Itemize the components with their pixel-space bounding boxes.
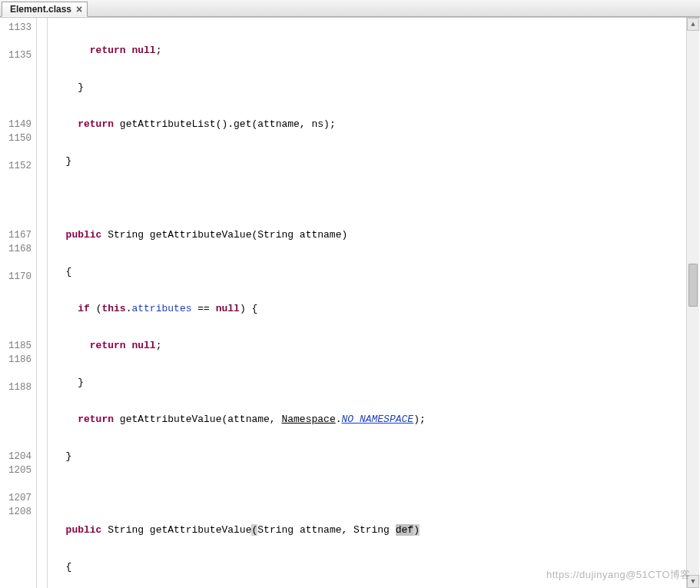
editor-tab[interactable]: Element.class ×	[2, 2, 88, 17]
vertical-scrollbar[interactable]: ▲ ▼	[686, 18, 699, 588]
line-number-gutter: 1133113511491150115211671168117011851186…	[0, 18, 37, 588]
code-area[interactable]: return null; } return getAttributeList()…	[48, 18, 700, 588]
scroll-down-icon[interactable]: ▼	[687, 575, 699, 588]
scrollbar-thumb[interactable]	[688, 264, 698, 307]
scroll-up-icon[interactable]: ▲	[687, 18, 699, 31]
code-editor[interactable]: 1133113511491150115211671168117011851186…	[0, 17, 700, 588]
marker-bar	[37, 18, 48, 588]
tab-title: Element.class	[10, 4, 71, 15]
close-icon[interactable]: ×	[76, 5, 82, 13]
tab-bar: Element.class ×	[0, 0, 700, 17]
